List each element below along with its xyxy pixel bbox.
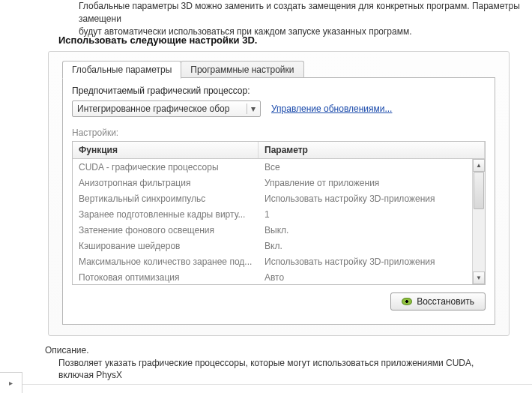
table-row[interactable]: Потоковая оптимизацияАвто [73, 269, 485, 284]
restore-label: Восстановить [417, 296, 474, 307]
bottom-divider [22, 384, 532, 393]
tabpanel-global: Предпочитаемый графический процессор: Ин… [62, 77, 495, 325]
restore-button[interactable]: Восстановить [390, 292, 486, 310]
description-block: Описание. Позволяет указать графические … [45, 345, 510, 381]
preferred-gpu-row: Интегрированное графическое обор ▾ Управ… [72, 100, 486, 117]
table-row[interactable]: Заранее подготовленные кадры вирту...1 [73, 206, 485, 222]
table-row[interactable]: CUDA - графические процессорыВсе [73, 159, 485, 175]
cell-parameter: 1 [259, 209, 485, 220]
cell-parameter: Авто [259, 272, 485, 283]
table-row[interactable]: Вертикальный синхроимпульсИспользовать н… [73, 190, 485, 206]
header-function[interactable]: Функция [73, 142, 259, 158]
chevron-down-icon: ▾ [247, 104, 257, 114]
cell-function: Максимальное количество заранее под... [73, 256, 259, 267]
cell-function: Анизотропная фильтрация [73, 178, 259, 188]
tabstrip: Глобальные параметры Программные настрой… [62, 61, 304, 78]
grid-body: CUDA - графические процессорыВсеАнизотро… [73, 159, 485, 284]
description-body: Позволяет указать графические процессоры… [45, 357, 510, 381]
cell-function: Вертикальный синхроимпульс [73, 194, 259, 204]
header-parameter[interactable]: Параметр [259, 142, 485, 158]
cell-parameter: Управление от приложения [259, 178, 485, 188]
preferred-gpu-value: Интегрированное графическое обор [77, 104, 229, 114]
preferred-gpu-dropdown[interactable]: Интегрированное графическое обор ▾ [72, 100, 261, 117]
preferred-gpu-label: Предпочитаемый графический процессор: [72, 86, 486, 96]
table-row[interactable]: Затенение фонового освещенияВыкл. [73, 222, 485, 238]
cell-function: Затенение фонового освещения [73, 225, 259, 236]
scroll-thumb[interactable] [474, 172, 484, 209]
scroll-track[interactable] [473, 172, 485, 272]
cell-parameter: Все [259, 162, 485, 172]
section-title: Использовать следующие настройки 3D. [58, 34, 257, 46]
cell-function: Кэширование шейдеров [73, 241, 259, 251]
cell-parameter: Использовать настройку 3D-приложения [259, 194, 485, 204]
tab-program-settings[interactable]: Программные настройки [181, 61, 303, 78]
settings-grid: Функция Параметр CUDA - графические проц… [72, 141, 486, 285]
cell-parameter: Выкл. [259, 225, 485, 236]
grid-header: Функция Параметр [73, 142, 485, 159]
button-row: Восстановить [72, 292, 486, 310]
cell-function: CUDA - графические процессоры [73, 162, 259, 172]
cell-parameter: Использовать настройку 3D-приложения [259, 256, 485, 267]
scrollbar[interactable]: ▲ ▼ [472, 159, 485, 284]
cell-function: Потоковая оптимизация [73, 272, 259, 283]
tab-global-label: Глобальные параметры [72, 64, 172, 75]
table-row[interactable]: Кэширование шейдеровВкл. [73, 238, 485, 254]
tab-program-label: Программные настройки [190, 64, 294, 75]
scroll-down-button[interactable]: ▼ [473, 272, 485, 284]
settings-panel: Глобальные параметры Программные настрой… [48, 51, 510, 336]
collapse-handle[interactable]: ▸ [0, 372, 22, 393]
scroll-up-button[interactable]: ▲ [473, 159, 485, 172]
table-row[interactable]: Максимальное количество заранее под...Ис… [73, 254, 485, 269]
intro-text: Глобальные параметры 3D можно заменить и… [79, 0, 528, 38]
table-row[interactable]: Анизотропная фильтрацияУправление от при… [73, 175, 485, 190]
cell-parameter: Вкл. [259, 241, 485, 251]
tab-global-params[interactable]: Глобальные параметры [62, 61, 181, 79]
intro-line1: Глобальные параметры 3D можно заменить и… [79, 1, 520, 24]
cell-function: Заранее подготовленные кадры вирту... [73, 209, 259, 220]
settings-label: Настройки: [72, 128, 486, 138]
nvidia-icon [402, 298, 412, 305]
description-title: Описание. [45, 345, 510, 356]
manage-updates-link[interactable]: Управление обновлениями... [271, 104, 392, 114]
